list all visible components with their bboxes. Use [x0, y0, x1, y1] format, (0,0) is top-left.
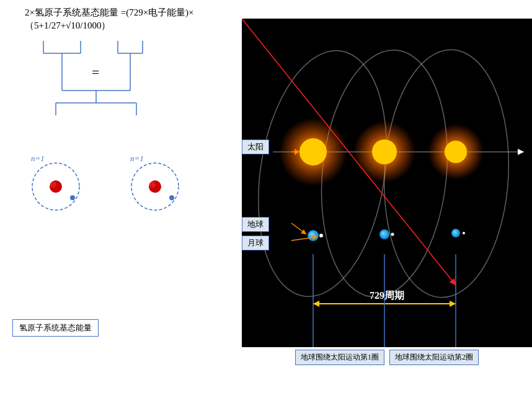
period-label: 729周期 [370, 289, 404, 303]
atoms-row: n=1 n=1 [25, 152, 236, 214]
svg-point-18 [50, 182, 56, 188]
bracket-area: = [19, 35, 217, 146]
atom2-container: n=1 [124, 152, 186, 214]
earth-label-box: 地球 [242, 217, 269, 232]
svg-point-19 [70, 195, 75, 200]
svg-text:=: = [92, 64, 99, 80]
orbit2-label: 地球围绕太阳运动第2圈 [389, 350, 479, 365]
svg-point-22 [149, 182, 156, 188]
h-atom-label: 氢原子系统基态能量 [12, 319, 99, 337]
h-atom-box: 氢原子系统基态能量 [12, 319, 99, 337]
svg-point-23 [169, 195, 174, 200]
moon-label-box: 月球 [242, 236, 269, 250]
atom1-container: n=1 [25, 152, 87, 214]
bracket-svg: = [19, 35, 217, 146]
atom2-svg [127, 156, 183, 211]
left-panel: 2×氢原子系统基态能量 =(729×电子能量)×（5+1/27+√10/1000… [0, 0, 242, 411]
atom1-svg [28, 156, 84, 211]
bottom-labels: 地球围绕太阳运动第1圈 地球围绕太阳运动第2圈 [242, 350, 532, 365]
title-formula: 2×氢原子系统基态能量 =(729×电子能量)×（5+1/27+√10/1000… [25, 6, 236, 32]
main-container: 2×氢原子系统基态能量 =(729×电子能量)×（5+1/27+√10/1000… [0, 0, 532, 411]
atom2-label: n=1 [130, 154, 144, 164]
sun-label-box: 太阳 [242, 139, 269, 154]
formula-text: 2×氢原子系统基态能量 =(729×电子能量)×（5+1/27+√10/1000… [25, 7, 194, 30]
atom1-label: n=1 [31, 154, 45, 164]
right-diagram: 太阳 地球 月球 729周期 [242, 19, 532, 347]
orbit1-label: 地球围绕太阳运动第1圈 [295, 350, 384, 365]
